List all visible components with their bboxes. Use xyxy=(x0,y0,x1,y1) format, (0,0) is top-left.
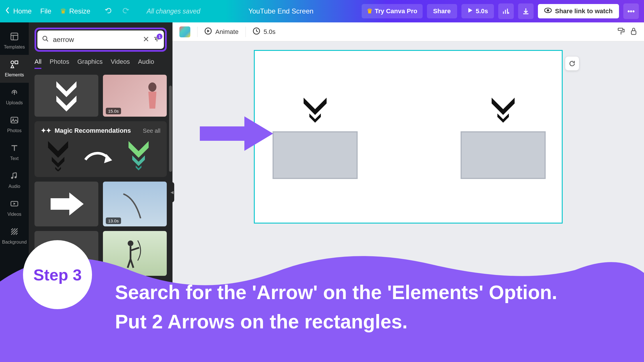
elements-panel: 1 All Photos Graphics Videos Audio 15.0s xyxy=(29,22,172,362)
svg-point-1 xyxy=(547,9,549,11)
share-link-button[interactable]: Share link to watch xyxy=(538,4,619,18)
filter-count-badge: 1 xyxy=(157,34,162,39)
paint-roller-icon[interactable] xyxy=(617,27,625,36)
color-picker-button[interactable] xyxy=(179,26,190,37)
background-label: Background xyxy=(2,240,26,245)
file-button[interactable]: File xyxy=(40,7,51,15)
magic-item-curved-arrow[interactable] xyxy=(81,140,116,171)
design-canvas[interactable] xyxy=(254,50,563,224)
svg-point-7 xyxy=(11,177,13,179)
refresh-button[interactable] xyxy=(565,57,579,70)
topbar-right-group: ♛ Try Canva Pro Share 5.0s Share link to… xyxy=(362,3,639,19)
canvas-element-arrow-1[interactable] xyxy=(301,96,329,126)
refresh-icon xyxy=(569,60,576,67)
canvas-element-arrow-2[interactable] xyxy=(489,96,518,126)
play-preview-button[interactable]: 5.0s xyxy=(461,4,494,18)
divider xyxy=(246,27,246,37)
sidebar-item-elements[interactable]: Elements xyxy=(0,55,29,83)
elements-label: Elements xyxy=(5,72,24,78)
sidebar-item-videos[interactable]: Videos xyxy=(0,194,29,222)
elements-icon xyxy=(10,60,19,71)
document-title[interactable]: YouTube End Screen xyxy=(200,7,362,15)
timeline-playhead-icon[interactable]: ▼ xyxy=(209,331,214,336)
panel-scrollbar[interactable] xyxy=(169,86,172,172)
tab-all[interactable]: All xyxy=(34,58,41,69)
search-filter-button[interactable]: 1 xyxy=(153,35,161,44)
crown-icon: ♛ xyxy=(60,7,66,15)
search-icon xyxy=(42,35,49,44)
svg-rect-4 xyxy=(15,61,18,64)
svg-point-14 xyxy=(128,240,133,246)
person-silhouette-icon xyxy=(138,81,161,110)
animate-button[interactable]: Animate xyxy=(204,27,239,36)
eye-icon xyxy=(544,7,552,15)
result-graphic-right-arrow[interactable] xyxy=(34,182,98,226)
canvas-toolbar: Animate 5.0s xyxy=(172,22,644,41)
sidebar-item-text[interactable]: Text xyxy=(0,138,29,166)
svg-point-12 xyxy=(155,38,157,40)
magic-title: ✦✦ Magic Recommendations xyxy=(41,127,131,134)
home-button[interactable]: Home xyxy=(5,7,32,16)
insights-button[interactable] xyxy=(498,3,514,19)
tab-photos[interactable]: Photos xyxy=(49,58,69,69)
svg-point-10 xyxy=(43,36,47,40)
share-button[interactable]: Share xyxy=(427,4,457,18)
audio-icon xyxy=(10,172,19,182)
clock-icon xyxy=(253,27,260,36)
tab-graphics[interactable]: Graphics xyxy=(77,58,103,69)
topbar-left-group: Home File ♛ Resize All changes saved xyxy=(5,7,200,16)
magic-recommendations: ✦✦ Magic Recommendations See all xyxy=(34,121,167,177)
canvas-element-rectangle-2[interactable] xyxy=(461,131,546,179)
duration-button[interactable]: 5.0s xyxy=(253,27,276,36)
search-input[interactable] xyxy=(53,36,139,44)
text-label: Text xyxy=(10,156,18,161)
timeline-play-button[interactable] xyxy=(181,343,189,353)
redo-icon[interactable] xyxy=(121,7,129,16)
text-icon xyxy=(10,144,19,154)
result-video-runner[interactable]: 15.0s xyxy=(103,75,167,117)
magic-item-black-chevron[interactable] xyxy=(41,140,75,171)
svg-rect-5 xyxy=(11,117,18,123)
download-button[interactable] xyxy=(518,3,534,19)
result-graphic-thin-arrow[interactable] xyxy=(34,231,98,276)
sidebar-item-uploads[interactable]: Uploads xyxy=(0,83,29,111)
download-icon xyxy=(522,7,530,15)
magic-items-row xyxy=(41,140,160,171)
right-arrow-icon xyxy=(48,191,85,217)
uploads-icon xyxy=(10,88,19,99)
see-all-button[interactable]: See all xyxy=(143,128,160,134)
resize-button[interactable]: ♛ Resize xyxy=(60,7,90,15)
animate-icon xyxy=(204,27,212,36)
result-video-archer[interactable] xyxy=(103,231,167,276)
result-video-streetlight[interactable]: 13.0s xyxy=(103,182,167,226)
try-pro-button[interactable]: ♛ Try Canva Pro xyxy=(362,4,423,18)
photos-icon xyxy=(10,116,19,126)
annotation-pointer-arrow xyxy=(198,113,276,155)
result-row xyxy=(34,231,167,276)
timeline-add-page[interactable] xyxy=(246,339,283,357)
streetlight-icon xyxy=(115,190,155,218)
result-graphic-double-chevron[interactable] xyxy=(34,75,98,117)
double-chevron-down-icon xyxy=(52,78,81,113)
tab-audio[interactable]: Audio xyxy=(138,58,154,69)
lock-icon[interactable] xyxy=(630,27,637,36)
clear-search-button[interactable] xyxy=(143,35,149,44)
canvas-element-rectangle-1[interactable] xyxy=(273,131,358,179)
magic-item-green-chevron[interactable] xyxy=(121,140,156,171)
timeline-page-thumbnail[interactable] xyxy=(194,339,240,357)
sidebar-item-audio[interactable]: Audio xyxy=(0,166,29,194)
archer-icon xyxy=(120,236,149,271)
more-menu-button[interactable]: ••• xyxy=(623,3,639,19)
background-icon xyxy=(10,227,19,238)
duration-label: 5.0s xyxy=(264,28,276,36)
undo-icon[interactable] xyxy=(105,7,113,16)
search-highlight-frame: 1 xyxy=(34,28,167,52)
sidebar-item-templates[interactable]: Templates xyxy=(0,27,29,55)
animate-label: Animate xyxy=(215,28,239,36)
sidebar-item-background[interactable]: Background xyxy=(0,222,29,250)
sidebar-item-photos[interactable]: Photos xyxy=(0,111,29,138)
tab-videos[interactable]: Videos xyxy=(111,58,130,69)
ellipsis-icon: ••• xyxy=(627,7,635,15)
svg-rect-18 xyxy=(631,31,636,34)
share-link-label: Share link to watch xyxy=(555,7,613,15)
